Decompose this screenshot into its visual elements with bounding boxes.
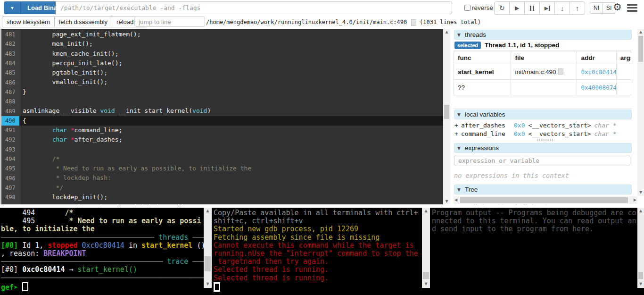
terminal-line: running.nUse the "interrupt" command to … [214, 250, 422, 258]
terminal-line: Cannot execute this command while the ta… [214, 242, 422, 250]
next-button[interactable]: ▶ [539, 1, 555, 15]
menu-hamburger-icon[interactable] [627, 4, 637, 13]
expand-variable-button[interactable]: + [454, 130, 461, 137]
sidebar-vertical-scrollbar[interactable]: ▲ ▼ [637, 29, 644, 196]
line-number-gutter[interactable]: 483 [1, 49, 19, 59]
vscrollbar-thumb[interactable] [638, 36, 643, 62]
code-scrollbar[interactable]: ▲ ▼ [443, 29, 450, 204]
hscrollbar-thumb[interactable] [460, 197, 628, 203]
frame-address-link[interactable]: 0xc0c80414 [577, 64, 616, 80]
expression-input[interactable] [454, 155, 630, 166]
caret-down-icon: ▼ [10, 6, 15, 10]
variable-address: 0x0 [514, 130, 525, 137]
console-terminal-scrollbar[interactable]: ▲ ▼ [422, 208, 430, 288]
line-number-gutter[interactable]: 498 [1, 193, 19, 202]
line-number-gutter[interactable]: 494 [1, 154, 19, 164]
chevron-down-icon: ▼ [457, 33, 461, 37]
scroll-up-icon[interactable]: ▲ [637, 29, 644, 35]
line-number-gutter[interactable]: 487 [1, 87, 19, 97]
threads-column-header: file [511, 51, 577, 64]
gdb-terminal[interactable]: 494 /* 495 * Need to run as early as pos… [0, 208, 204, 294]
scroll-right-icon[interactable]: ▶ [634, 196, 636, 202]
line-number-gutter[interactable]: 484 [1, 59, 19, 68]
stack-frame-row[interactable]: ??0x40008074 [454, 80, 631, 95]
expand-variable-button[interactable]: + [454, 122, 461, 129]
line-number-gutter[interactable]: 491 [1, 126, 19, 135]
arrow-up-icon: ↑ [576, 4, 579, 12]
binary-dropdown-button[interactable]: ▼ [4, 1, 21, 14]
line-number-gutter[interactable]: 485 [1, 68, 19, 77]
terminal-line: 495 * Need to run as early as possi [1, 217, 204, 225]
scroll-down-icon[interactable]: ▼ [637, 281, 644, 287]
copy-path-icon[interactable] [411, 19, 416, 26]
variable-symbol: <__vectors_start> [528, 130, 591, 137]
code-lines: 481 page_ext_init_flatmem();482 mem_init… [1, 30, 443, 204]
frame-address-link[interactable]: 0x40008074 [577, 80, 616, 95]
debug-control-group: ↻ ▶ ▶ ↓ ↑ [494, 1, 585, 15]
scrollbar-thumb[interactable] [638, 272, 643, 279]
code-line-text: * Need to run as early as possible, to i… [19, 164, 443, 173]
line-number-gutter[interactable]: 488 [1, 97, 19, 106]
locals-panel-header[interactable]: ▼ local variables [454, 110, 632, 119]
thread-label[interactable]: Thread 1.1, id 1, stopped [485, 42, 559, 49]
fetch-disassembly-button[interactable]: fetch disassembly [54, 17, 112, 27]
line-number-gutter[interactable]: 495 [1, 164, 19, 173]
restart-button[interactable]: ↻ [494, 1, 510, 15]
line-number-gutter[interactable]: 482 [1, 39, 19, 49]
terminal-line: 494 /* [1, 209, 204, 217]
scrollbar-thumb[interactable] [423, 272, 429, 279]
line-number-gutter[interactable]: 486 [1, 77, 19, 87]
scroll-left-icon[interactable]: ◀ [454, 196, 457, 202]
binary-path-input[interactable] [56, 1, 452, 14]
scroll-up-icon[interactable]: ▲ [204, 208, 212, 214]
frame-args-cell [616, 80, 631, 95]
resize-handle[interactable] [537, 138, 554, 142]
jump-to-line-input[interactable] [134, 17, 205, 27]
stack-frame-row[interactable]: start_kernelinit/main.c:4900xc0c80414 [454, 64, 631, 80]
frame-file-cell [511, 80, 577, 95]
copy-file-path-icon[interactable] [558, 68, 563, 75]
pause-button[interactable] [524, 1, 540, 15]
line-number-gutter[interactable]: 490 [1, 116, 19, 126]
gdbgui-console-terminal[interactable]: Copy/Paste available in all terminals wi… [212, 208, 422, 294]
arrow-down-icon: ↓ [561, 4, 564, 12]
scroll-down-icon[interactable]: ▼ [443, 198, 450, 204]
next-instruction-button[interactable]: NI [590, 2, 603, 14]
terminal-line: , reason: BREAKPOINT [1, 250, 204, 258]
scroll-down-icon[interactable]: ▼ [637, 189, 644, 195]
code-scrollbar-thumb[interactable] [444, 105, 449, 119]
threads-panel-header[interactable]: ▼ threads [454, 30, 632, 40]
code-line-text: asmlinkage __visible void __init start_k… [19, 106, 443, 116]
gdb-terminal-scrollbar[interactable]: ▲ ▼ [204, 208, 212, 288]
line-number-gutter[interactable]: 492 [1, 135, 19, 144]
line-number-gutter[interactable]: 496 [1, 173, 19, 183]
line-number-gutter[interactable]: 493 [1, 145, 19, 154]
show-filesystem-button[interactable]: show filesystem [2, 17, 55, 27]
settings-gear-icon[interactable]: ⚙ [613, 1, 622, 13]
code-line-text: lockdep_init(); [19, 193, 443, 202]
sidebar-horizontal-scrollbar[interactable]: ◀ ▶ [454, 196, 637, 204]
scroll-down-icon[interactable]: ▼ [422, 281, 430, 287]
line-number-gutter[interactable]: 481 [1, 30, 19, 39]
program-output-terminal[interactable]: Program output -- Programs being debugge… [430, 208, 637, 294]
line-number-gutter[interactable]: 499 [1, 202, 19, 204]
scroll-up-icon[interactable]: ▲ [637, 208, 644, 214]
terminal-line: Selected thread is running. [214, 266, 422, 274]
scroll-down-icon[interactable]: ▼ [204, 281, 212, 287]
program-terminal-scrollbar[interactable]: ▲ ▼ [637, 208, 644, 288]
line-number-gutter[interactable]: 497 [1, 183, 19, 193]
chevron-down-icon: ▼ [457, 112, 461, 117]
tree-panel-header[interactable]: ▼ Tree [454, 185, 632, 194]
continue-button[interactable]: ▶ [509, 1, 525, 15]
scroll-up-icon[interactable]: ▲ [422, 208, 430, 214]
scroll-up-icon[interactable]: ▲ [443, 29, 450, 35]
step-over-icon: ▶ [545, 5, 548, 11]
reverse-checkbox[interactable] [464, 5, 471, 11]
line-number-gutter[interactable]: 489 [1, 106, 19, 116]
code-line-text: mem_init(); [19, 39, 443, 49]
scrollbar-thumb[interactable] [205, 256, 211, 271]
step-out-button[interactable]: ↑ [570, 1, 585, 15]
expressions-panel-header[interactable]: ▼ expressions [454, 143, 632, 153]
code-line-text: */ [19, 183, 443, 193]
step-into-button[interactable]: ↓ [554, 1, 570, 15]
